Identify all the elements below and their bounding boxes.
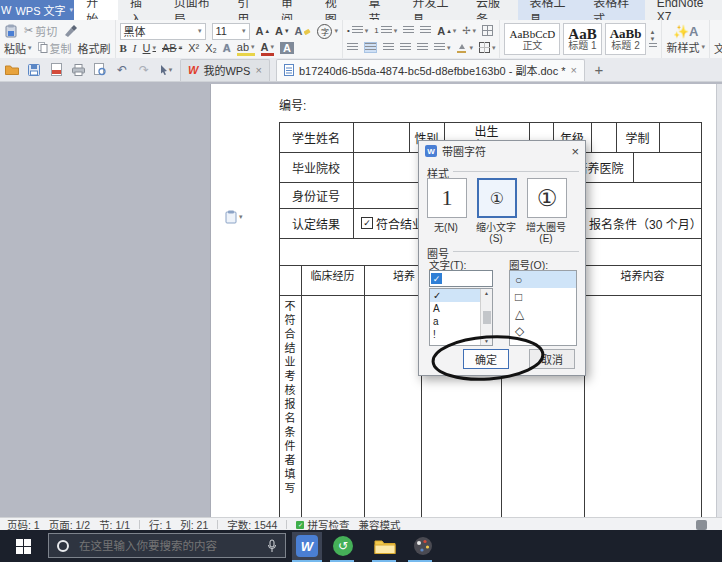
circle-list-item[interactable]: △ <box>510 305 576 322</box>
tab-cloud[interactable]: 云服务 <box>464 0 518 20</box>
circle-list-item[interactable]: ◇ <box>510 322 576 339</box>
vertical-scrollbar[interactable] <box>716 84 722 517</box>
redo-button[interactable]: ↷ <box>136 62 152 78</box>
distribute-button[interactable] <box>417 43 428 52</box>
text-list-item[interactable]: ! <box>430 328 480 341</box>
taskbar-paint-app[interactable] <box>408 532 438 560</box>
table-grid-icon[interactable] <box>482 25 493 36</box>
align-right-button[interactable] <box>383 43 394 52</box>
undo-button[interactable]: ↶ <box>114 62 130 78</box>
superscript-button[interactable]: X² <box>188 42 199 54</box>
font-name-select[interactable]: 黑体 ▾ <box>120 23 206 40</box>
close-tab-icon[interactable]: × <box>571 64 577 76</box>
symbol-button[interactable]: ✢▾ <box>462 25 476 36</box>
char-scale-button[interactable]: A▴▾ <box>437 25 456 37</box>
tab-my-wps[interactable]: W 我的WPS × <box>180 59 270 81</box>
align-left-button[interactable] <box>347 43 358 52</box>
indent-decrease-button[interactable] <box>403 26 414 35</box>
save-button[interactable] <box>26 62 42 78</box>
justify-button[interactable] <box>400 43 411 52</box>
tab-review[interactable]: 审阅 <box>269 0 313 20</box>
dialog-title-bar[interactable]: W 带圈字符 × <box>419 141 585 161</box>
tab-table-tools[interactable]: 表格工具 <box>518 0 582 20</box>
circle-list-item[interactable]: □ <box>510 288 576 305</box>
tab-developer[interactable]: 开发工具 <box>400 0 464 20</box>
gallery-up-icon[interactable]: ▲ <box>649 29 657 35</box>
text-list-scrollbar[interactable]: ▲ ▼ <box>480 289 492 345</box>
shading-bucket-button[interactable]: ▾ <box>456 43 473 53</box>
customize-toolbar-button[interactable]: ▾ <box>158 62 174 78</box>
text-list-item[interactable]: A <box>430 302 480 315</box>
underline-button[interactable]: U▾ <box>143 42 156 54</box>
new-style-button[interactable]: 新样式 ▾ <box>666 39 705 55</box>
text-list-item[interactable]: ✓ <box>430 289 480 302</box>
dialog-close-button[interactable]: × <box>571 144 579 159</box>
taskbar-wps-app[interactable]: W <box>292 532 322 560</box>
gallery-down-icon[interactable]: ▼ <box>649 36 657 42</box>
print-button[interactable] <box>70 62 86 78</box>
taskbar-file-explorer[interactable] <box>370 532 400 560</box>
tab-view[interactable]: 视图 <box>313 0 357 20</box>
paste-label-button[interactable]: 粘贴 ▾ <box>4 40 32 56</box>
enclosed-character-button[interactable]: 字 ▾ <box>317 24 338 39</box>
font-color-button[interactable]: A▾ <box>261 41 274 56</box>
italic-button[interactable]: I <box>133 42 137 54</box>
taskbar-green-app[interactable]: ↺ <box>328 532 358 560</box>
close-tab-icon[interactable]: × <box>255 64 261 76</box>
scroll-up-icon[interactable]: ▲ <box>484 290 489 296</box>
borders-button[interactable]: ▾ <box>479 42 496 53</box>
tab-home[interactable]: 开始 <box>74 0 118 20</box>
indent-increase-button[interactable] <box>420 26 431 35</box>
format-painter-icon-button[interactable] <box>63 25 77 37</box>
scroll-down-icon[interactable]: ▼ <box>484 338 489 344</box>
line-spacing-button[interactable]: ▾ <box>434 43 451 52</box>
microphone-icon[interactable] <box>267 539 277 553</box>
char-shading-button[interactable]: A <box>280 42 294 54</box>
fullscreen-icon[interactable] <box>696 520 707 530</box>
tab-insert[interactable]: 插入 <box>118 0 162 20</box>
numbered-list-button[interactable]: 1▾ <box>374 26 397 35</box>
print-preview-button[interactable] <box>92 62 108 78</box>
tab-references[interactable]: 引用 <box>225 0 269 20</box>
ok-button[interactable]: 确定 <box>463 349 509 369</box>
style-option-enlarge-circle[interactable]: ① <box>527 178 567 218</box>
text-tool-button[interactable]: 文字工 <box>714 40 722 56</box>
paste-button[interactable] <box>4 24 18 38</box>
clear-format-button[interactable]: A <box>294 25 311 37</box>
search-input[interactable] <box>77 539 259 553</box>
grow-font-button[interactable]: A▴ <box>256 25 269 37</box>
align-center-button[interactable] <box>364 42 377 53</box>
tab-document[interactable]: b17240d6-b5da-4874-bc5d-d8efbbe163b0 - 副… <box>276 59 585 81</box>
text-list-item[interactable]: a <box>430 315 480 328</box>
text-list[interactable]: ✓ A a ! ▲ ▼ <box>429 288 493 346</box>
gallery-more-icon[interactable] <box>649 43 657 49</box>
tab-section[interactable]: 章节 <box>357 0 401 20</box>
open-file-button[interactable] <box>4 62 20 78</box>
style-option-none[interactable]: 1 <box>427 178 467 218</box>
strikethrough-button[interactable]: AB▾ <box>162 42 182 54</box>
style-normal[interactable]: AaBbCcD 正文 <box>504 23 560 55</box>
style-heading2[interactable]: AaBb 标题 2 <box>605 23 647 55</box>
tab-table-style[interactable]: 表格样式 <box>581 0 645 20</box>
bullet-list-button[interactable]: •▾ <box>347 26 368 35</box>
cancel-button[interactable]: 取消 <box>529 349 575 369</box>
bold-button[interactable]: B <box>120 42 127 54</box>
taskbar-search[interactable] <box>48 533 286 558</box>
shrink-font-button[interactable]: A▾ <box>275 25 288 37</box>
copy-button[interactable]: 复制 <box>38 40 72 56</box>
scroll-thumb[interactable] <box>483 311 491 324</box>
font-size-select[interactable]: 11 ▾ <box>212 23 250 40</box>
new-tab-button[interactable]: + <box>591 62 607 78</box>
format-painter-button[interactable]: 格式刷 <box>78 40 111 56</box>
wordart-button[interactable]: A <box>223 42 231 54</box>
tab-endnote[interactable]: EndNote X7 <box>645 0 722 20</box>
cut-button[interactable]: ✂ 剪切 <box>24 23 57 39</box>
circle-list-item[interactable]: ○ <box>510 271 576 288</box>
wps-logo[interactable]: W WPS 文字 ▾ <box>0 0 74 20</box>
style-option-shrink-text[interactable]: ① <box>477 178 517 218</box>
paste-options-button[interactable]: ▾ <box>225 210 243 224</box>
subscript-button[interactable]: X₂ <box>205 42 217 54</box>
style-heading1[interactable]: AaB 标题 1 <box>563 23 601 55</box>
text-input[interactable]: ✓ <box>429 270 493 287</box>
tab-page-layout[interactable]: 页面布局 <box>162 0 226 20</box>
